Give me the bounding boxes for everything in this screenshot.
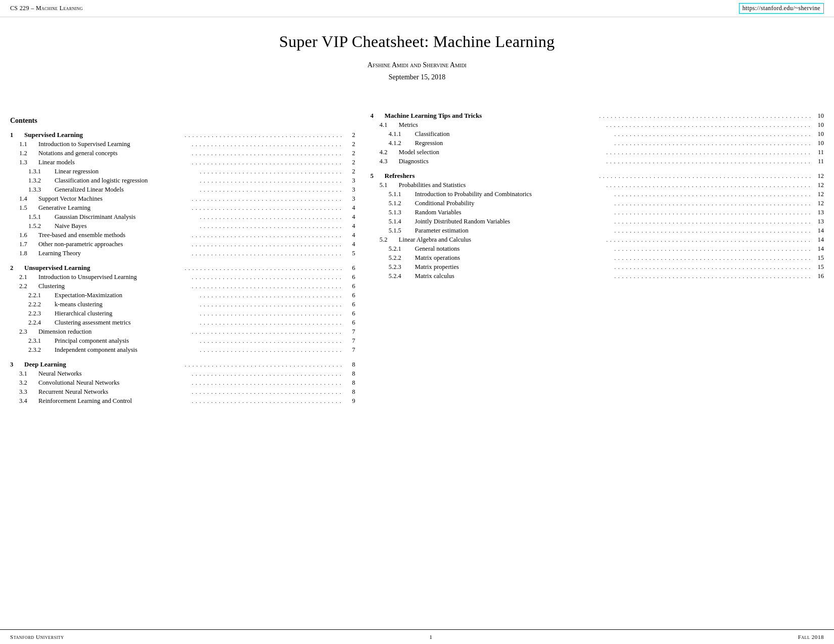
toc-page: 12 <box>814 172 824 180</box>
toc-dots: . . . . . . . . . . . . . . . . . . . . … <box>192 241 343 247</box>
toc-dots: . . . . . . . . . . . . . . . . . . . . … <box>200 338 343 344</box>
course-title: CS 229 – Machine Learning <box>10 5 83 12</box>
toc-page: 12 <box>814 200 824 207</box>
toc-item-row: 1.8Learning Theory . . . . . . . . . . .… <box>10 250 355 257</box>
toc-section-number: 1 <box>10 131 24 139</box>
toc-item-number: 1.3.1 <box>28 168 55 175</box>
toc-dots: . . . . . . . . . . . . . . . . . . . . … <box>192 371 343 377</box>
toc-dots: . . . . . . . . . . . . . . . . . . . . … <box>184 132 343 138</box>
toc-item-row: 3.1Neural Networks . . . . . . . . . . .… <box>10 370 355 378</box>
toc-item-title: Introduction to Supervised Learning <box>38 141 190 148</box>
toc-item-title: Parameter estimation <box>415 227 613 235</box>
toc-item-row: 3.4Reinforcement Learning and Control . … <box>10 397 355 405</box>
toc-page: 2 <box>345 131 355 139</box>
toc-item-number: 5.2.1 <box>389 245 415 253</box>
toc-item-row: 5.2.1General notations . . . . . . . . .… <box>370 245 824 253</box>
toc-item-title: Notations and general concepts <box>38 150 190 157</box>
toc-page: 4 <box>345 241 355 248</box>
toc-item-number: 5.1.1 <box>389 191 415 198</box>
toc-dots: . . . . . . . . . . . . . . . . . . . . … <box>192 274 343 280</box>
toc-dots: . . . . . . . . . . . . . . . . . . . . … <box>614 209 812 215</box>
toc-item-title: Dimension reduction <box>38 328 190 336</box>
toc-item-title: Recurrent Neural Networks <box>38 388 190 396</box>
toc-item-number: 1.8 <box>19 250 38 257</box>
toc-dots: . . . . . . . . . . . . . . . . . . . . … <box>184 265 343 271</box>
toc-item-row: 4.2Model selection . . . . . . . . . . .… <box>370 149 824 156</box>
toc-page: 3 <box>345 177 355 185</box>
toc-dots: . . . . . . . . . . . . . . . . . . . . … <box>192 380 343 386</box>
toc-item-number: 5.1 <box>380 181 399 189</box>
toc-page: 8 <box>345 379 355 387</box>
toc-item-row: 5.1.1Introduction to Probability and Com… <box>370 191 824 198</box>
toc-page: 7 <box>345 346 355 354</box>
toc-item-row: 1.2Notations and general concepts . . . … <box>10 150 355 157</box>
toc-item-row: 5.2.4Matrix calculus . . . . . . . . . .… <box>370 272 824 280</box>
toc-item-number: 2.2.1 <box>28 292 55 299</box>
toc-item-title: Clustering <box>38 283 190 290</box>
toc-item-number: 2.2.2 <box>28 301 55 308</box>
toc-page: 6 <box>345 301 355 308</box>
toc-page: 12 <box>814 181 824 189</box>
toc-item-row: 2.3.1Principal component analysis . . . … <box>10 337 355 345</box>
toc-page: 10 <box>814 112 824 120</box>
toc-page: 4 <box>345 213 355 221</box>
footer: Stanford University 1 Fall 2018 <box>0 629 834 644</box>
toc-item-row: 1.5.1Gaussian Discriminant Analysis . . … <box>10 213 355 221</box>
toc-right: 4Machine Learning Tips and Tricks . . . … <box>370 112 824 287</box>
toc-item-number: 1.3.2 <box>28 177 55 185</box>
toc-page: 14 <box>814 236 824 244</box>
toc-item-row: 1.5Generative Learning . . . . . . . . .… <box>10 204 355 212</box>
footer-center: 1 <box>430 634 433 640</box>
toc-dots: . . . . . . . . . . . . . . . . . . . . … <box>200 177 343 183</box>
toc-item-number: 4.2 <box>380 149 399 156</box>
toc-dots: . . . . . . . . . . . . . . . . . . . . … <box>614 246 812 252</box>
toc-item-title: Convolutional Neural Networks <box>38 379 190 387</box>
toc-item-row: 2.3.2Independent component analysis . . … <box>10 346 355 354</box>
toc-item-title: Conditional Probability <box>415 200 613 207</box>
toc-item-number: 1.6 <box>19 232 38 239</box>
toc-page: 14 <box>814 227 824 235</box>
toc-item-row: 5.2.3Matrix properties . . . . . . . . .… <box>370 263 824 271</box>
toc-page: 5 <box>345 250 355 257</box>
toc-dots: . . . . . . . . . . . . . . . . . . . . … <box>200 292 343 298</box>
toc-item-title: Random Variables <box>415 209 613 216</box>
toc-item-row: 2.2.1Expectation-Maximization . . . . . … <box>10 292 355 299</box>
toc-section-title: Machine Learning Tips and Tricks <box>385 112 597 120</box>
toc-page: 2 <box>345 141 355 148</box>
toc-dots: . . . . . . . . . . . . . . . . . . . . … <box>606 182 812 188</box>
toc-dots: . . . . . . . . . . . . . . . . . . . . … <box>200 301 343 307</box>
toc-item-row: 1.3.3Generalized Linear Models . . . . .… <box>10 186 355 194</box>
toc-item-title: Support Vector Machines <box>38 195 190 203</box>
toc-page: 8 <box>345 370 355 378</box>
toc-dots: . . . . . . . . . . . . . . . . . . . . … <box>200 168 343 174</box>
toc-page: 8 <box>345 388 355 396</box>
toc-left: 1Supervised Learning . . . . . . . . . .… <box>10 131 355 411</box>
toc-dots: . . . . . . . . . . . . . . . . . . . . … <box>192 232 343 238</box>
toc-item-number: 1.3 <box>19 159 38 166</box>
toc-page: 7 <box>345 328 355 336</box>
header-link[interactable]: https://stanford.edu/~shervine <box>739 3 824 14</box>
toc-item-row: 4.1.2Regression . . . . . . . . . . . . … <box>370 140 824 147</box>
toc-dots: . . . . . . . . . . . . . . . . . . . . … <box>200 214 343 220</box>
toc-item-title: Metrics <box>399 121 605 129</box>
toc-item-row: 5.2Linear Algebra and Calculus . . . . .… <box>370 236 824 244</box>
toc-section-number: 5 <box>370 172 385 180</box>
doc-date: September 15, 2018 <box>10 73 824 81</box>
toc-item-number: 1.2 <box>19 150 38 157</box>
toc-dots: . . . . . . . . . . . . . . . . . . . . … <box>192 159 343 165</box>
toc-item-row: 1.5.2Naive Bayes . . . . . . . . . . . .… <box>10 222 355 230</box>
toc-dots: . . . . . . . . . . . . . . . . . . . . … <box>200 187 343 193</box>
toc-section-row: 4Machine Learning Tips and Tricks . . . … <box>370 112 824 120</box>
toc-item-title: Jointly Distributed Random Variables <box>415 218 613 225</box>
toc-section-row: 1Supervised Learning . . . . . . . . . .… <box>10 131 355 139</box>
toc-item-number: 4.1.2 <box>389 140 415 147</box>
toc-item-row: 2.2.3Hierarchical clustering . . . . . .… <box>10 310 355 317</box>
toc-dots: . . . . . . . . . . . . . . . . . . . . … <box>192 196 343 202</box>
toc-item-row: 5.1.2Conditional Probability . . . . . .… <box>370 200 824 207</box>
toc-item-title: Gaussian Discriminant Analysis <box>55 213 198 221</box>
toc-item-title: Generative Learning <box>38 204 190 212</box>
toc-page: 11 <box>814 158 824 165</box>
toc-item-number: 5.1.4 <box>389 218 415 225</box>
toc-dots: . . . . . . . . . . . . . . . . . . . . … <box>192 398 343 404</box>
toc-item-title: Linear regression <box>55 168 198 175</box>
